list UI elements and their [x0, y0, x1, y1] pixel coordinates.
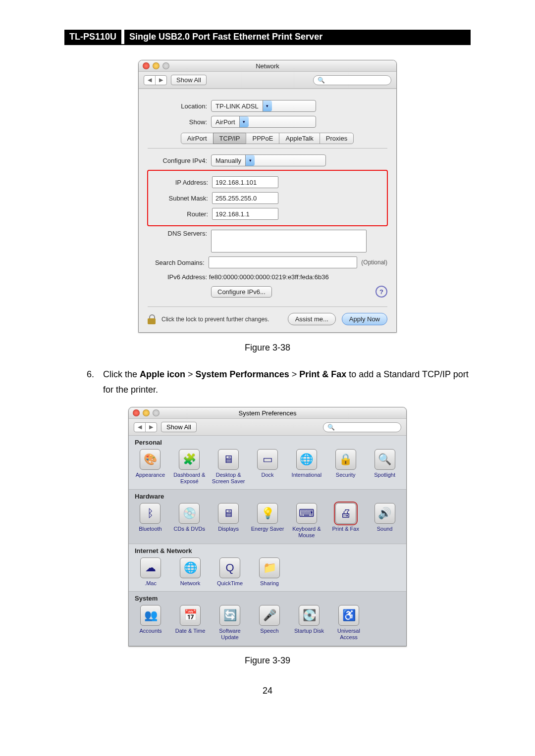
zoom-icon[interactable] [162, 62, 169, 69]
show-select[interactable]: AirPort ▾ [211, 116, 316, 128]
router-field[interactable]: 192.168.1.1 [212, 208, 278, 220]
configure-ipv6-button[interactable]: Configure IPv6... [211, 286, 272, 298]
dns-servers-field[interactable] [211, 230, 367, 252]
nav-back-icon[interactable]: ◀ [144, 76, 155, 85]
sp-item-network[interactable]: 🌐Network [172, 557, 208, 587]
accounts-icon: 👥 [140, 605, 161, 626]
-mac-icon: ☁ [140, 557, 161, 578]
international-icon: 🌐 [296, 449, 317, 470]
sp-item-displays[interactable]: 🖥Displays [211, 503, 246, 538]
tab-appletalk[interactable]: AppleTalk [279, 133, 320, 144]
apply-now-button[interactable]: Apply Now [342, 313, 387, 325]
nav-forward-icon[interactable]: ▶ [155, 76, 166, 85]
sp-search-input[interactable]: 🔍 [323, 422, 401, 432]
window-toolbar: ◀ ▶ Show All 🔍 [139, 72, 396, 89]
close-icon[interactable] [143, 62, 150, 69]
sp-item-universal-access[interactable]: ♿Universal Access [331, 605, 367, 640]
sound-icon: 🔊 [374, 503, 395, 524]
sp-item-label: .Mac [133, 580, 168, 587]
help-icon[interactable]: ? [375, 286, 387, 298]
optional-label: (Optional) [361, 259, 387, 266]
network-content: Location: TP-LINK ADSL ▾ Show: AirPort ▾… [139, 89, 396, 332]
sp-item-speech[interactable]: 🎤Speech [252, 605, 287, 640]
tab-proxies[interactable]: Proxies [320, 133, 354, 144]
ipv6-label: IPv6 Address: [167, 273, 207, 281]
keyboard-mouse-icon: ⌨ [296, 503, 317, 524]
sp-item-energy-saver[interactable]: 💡Energy Saver [250, 503, 285, 538]
universal-access-icon: ♿ [338, 605, 359, 626]
sp-item-label: Startup Disk [291, 628, 327, 634]
traffic-lights [143, 62, 169, 69]
sp-item-cds-dvds[interactable]: 💿CDs & DVDs [172, 503, 207, 538]
sp-item-security[interactable]: 🔒Security [328, 449, 363, 484]
sp-section-label: Hardware [129, 490, 406, 500]
sp-item-appearance[interactable]: 🎨Appearance [133, 449, 168, 484]
lock-icon[interactable] [148, 314, 156, 324]
show-all-button[interactable]: Show All [161, 422, 197, 432]
sp-item-quicktime[interactable]: QQuickTime [212, 557, 248, 587]
sp-item-label: Appearance [133, 472, 168, 478]
step-bold-sysperf: System Performances [196, 369, 289, 379]
network-tabs: AirPort TCP/IP PPPoE AppleTalk Proxies [148, 133, 387, 144]
security-icon: 🔒 [335, 449, 356, 470]
sp-item--mac[interactable]: ☁.Mac [133, 557, 168, 587]
assist-me-button[interactable]: Assist me... [288, 313, 336, 325]
system-preferences-window: System Preferences ◀ ▶ Show All 🔍 Person… [128, 407, 407, 646]
show-all-button[interactable]: Show All [171, 75, 207, 85]
sp-section-label: Internet & Network [129, 544, 406, 554]
step-bold-apple: Apple icon [140, 369, 185, 379]
nav-forward-icon[interactable]: ▶ [145, 423, 157, 432]
location-value: TP-LINK ADSL [212, 102, 263, 110]
show-value: AirPort [212, 118, 239, 126]
configure-ipv4-select[interactable]: Manually ▾ [211, 154, 326, 166]
minimize-icon[interactable] [143, 409, 150, 416]
router-label: Router: [149, 210, 212, 218]
sp-item-desktop-screen-saver[interactable]: 🖥Desktop & Screen Saver [211, 449, 246, 484]
sp-item-label: Displays [211, 526, 246, 532]
sp-item-date-time[interactable]: 📅Date & Time [172, 605, 208, 640]
search-icon: 🔍 [327, 424, 335, 431]
spotlight-icon: 🔍 [374, 449, 395, 470]
sp-item-label: Bluetooth [133, 526, 168, 532]
close-icon[interactable] [133, 409, 140, 416]
tab-tcpip[interactable]: TCP/IP [213, 133, 247, 144]
minimize-icon[interactable] [153, 62, 160, 69]
ipv6-value: fe80:0000:0000:0000:0219:e3ff:feda:6b36 [209, 273, 329, 281]
ip-address-label: IP Address: [149, 179, 212, 186]
sp-item-dashboard-expos-[interactable]: 🧩Dashboard & Exposé [172, 449, 207, 484]
search-input[interactable]: 🔍 [313, 75, 391, 85]
startup-disk-icon: 💽 [299, 605, 320, 626]
tab-airport[interactable]: AirPort [181, 133, 214, 144]
chevron-updown-icon: ▾ [263, 101, 272, 111]
sp-item-bluetooth[interactable]: ᛒBluetooth [133, 503, 168, 538]
sp-item-sound[interactable]: 🔊Sound [367, 503, 402, 538]
sp-item-startup-disk[interactable]: 💽Startup Disk [291, 605, 327, 640]
subnet-mask-field[interactable]: 255.255.255.0 [212, 192, 278, 204]
nav-back-icon[interactable]: ◀ [134, 423, 145, 432]
sp-item-label: Network [172, 580, 208, 587]
sp-item-spotlight[interactable]: 🔍Spotlight [367, 449, 402, 484]
sp-item-keyboard-mouse[interactable]: ⌨Keyboard & Mouse [289, 503, 324, 538]
sp-item-print-fax[interactable]: 🖨Print & Fax [328, 503, 363, 538]
sp-item-label: International [289, 472, 324, 478]
step-number: 6. [64, 367, 103, 397]
ipv6-address-row: IPv6 Address: fe80:0000:0000:0000:0219:e… [167, 273, 387, 281]
ip-address-field[interactable]: 192.168.1.101 [212, 176, 278, 188]
tab-pppoe[interactable]: PPPoE [246, 133, 279, 144]
desktop-screen-saver-icon: 🖥 [218, 449, 239, 470]
sp-item-software-update[interactable]: 🔄Software Update [212, 605, 248, 640]
sp-item-label: Universal Access [331, 628, 367, 640]
sp-item-accounts[interactable]: 👥Accounts [133, 605, 168, 640]
print-fax-icon: 🖨 [335, 503, 356, 524]
search-domains-label: Search Domains: [148, 259, 209, 266]
sp-item-dock[interactable]: ▭Dock [250, 449, 285, 484]
location-select[interactable]: TP-LINK ADSL ▾ [211, 100, 316, 112]
chevron-updown-icon: ▾ [245, 155, 255, 166]
search-domains-field[interactable] [209, 256, 358, 268]
sp-item-sharing[interactable]: 📁Sharing [252, 557, 287, 587]
network-window: Network ◀ ▶ Show All 🔍 Location: TP-LINK… [138, 60, 397, 333]
zoom-icon[interactable] [153, 409, 160, 416]
sp-item-international[interactable]: 🌐International [289, 449, 324, 484]
energy-saver-icon: 💡 [257, 503, 278, 524]
instruction-step-6: 6. Click the Apple icon > System Perform… [64, 367, 471, 397]
